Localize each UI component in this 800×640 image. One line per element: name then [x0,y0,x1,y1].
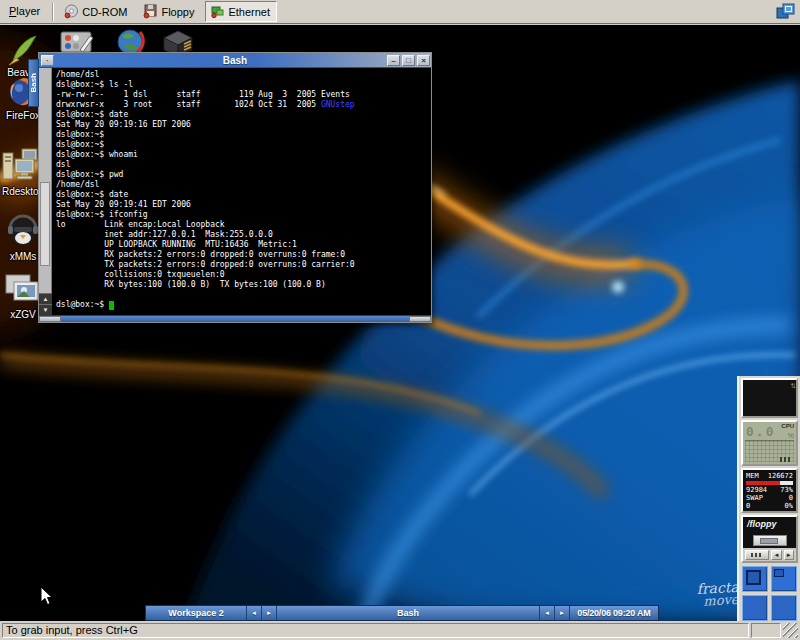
workspace-pager [742,566,800,621]
window-resize-handle[interactable] [39,315,431,322]
scroll-up-button[interactable]: ▲ [39,293,52,304]
bash-window: Bash · Bash – □ × ▲ ▼ /home/dsldsl@box:~… [38,52,432,323]
cpu-monitor-applet[interactable]: 0.0 CPU % [741,420,798,466]
cpu-unit: % [788,432,794,439]
vmware-fullscreen-icon[interactable] [776,3,796,20]
mem-bar [746,481,793,485]
terminal-text[interactable]: /home/dsldsl@box:~$ ls -l-rw-rw-r-- 1 ds… [52,68,431,315]
vmware-toolbar: Player CD-ROM Floppy [0,0,800,24]
window-titlebar[interactable]: · Bash – □ × [39,53,431,68]
dock-panel: ↑↓ 0.0 CPU % MEM 126672 92984 73% [737,376,800,621]
mount-icon [751,553,763,557]
taskbar-clock[interactable]: 05/20/06 09:20 AM [570,606,658,620]
ethernet-button[interactable]: Ethernet [205,1,277,22]
floppy-next-button[interactable]: ► [784,550,794,560]
penguin-icon [5,212,41,250]
cdrom-label: CD-ROM [82,6,127,18]
workspace-next-button[interactable]: ► [262,606,277,620]
pager-workspace-2[interactable] [771,566,797,592]
vmware-player-window: Player CD-ROM Floppy [0,0,800,640]
resize-grip-left[interactable] [39,316,61,322]
resize-grip-right[interactable] [409,316,431,322]
window-next-button[interactable]: ► [555,606,570,620]
minimize-button[interactable]: – [387,55,400,66]
scrollbar-thumb[interactable] [40,182,50,266]
floppy-button[interactable]: Floppy [138,1,201,22]
net-updown-icon: ↑↓ [790,381,794,390]
window-title: Bash [39,55,431,66]
window-prev-button[interactable]: ◄ [540,606,555,620]
cpu-graph [745,440,794,462]
pager-window-large [746,570,761,585]
swap-pct: 0% [785,502,793,510]
floppy-icon [143,4,158,19]
floppy-mount-label: /floppy [747,519,777,529]
window-resize-grip[interactable] [783,623,798,638]
cdrom-icon [64,4,79,19]
player-menu[interactable]: Player [0,2,49,21]
floppy-display: /floppy [743,517,796,548]
mem-title: MEM [746,472,759,480]
image-viewer-icon [4,272,42,308]
sticky-button[interactable]: · [41,55,54,66]
terminal-scrollbar[interactable]: ▲ ▼ [39,68,52,315]
swap-total: 0 [789,494,793,502]
mouse-cursor [40,586,54,606]
cdrom-button[interactable]: CD-ROM [59,1,134,22]
mem-used: 92984 [746,486,767,494]
floppy-prev-button[interactable]: ◄ [771,550,781,560]
cpu-label: CPU [781,423,794,429]
taskbar-window-title[interactable]: Bash [277,606,540,620]
mem-used-pct: 73% [780,486,793,494]
terminal-body: ▲ ▼ /home/dsldsl@box:~$ ls -l-rw-rw-r-- … [39,68,431,315]
cpu-value: 0.0 [746,424,775,439]
swap-used: 0 [746,502,750,510]
vmware-statusbar: To grab input, press Ctrl+G [0,621,800,640]
cpu-activity [780,457,792,462]
scroll-down-button[interactable]: ▼ [39,304,52,315]
ethernet-label: Ethernet [228,6,270,18]
pager-workspace-4[interactable] [771,595,797,621]
pager-window-small [774,569,784,577]
floppy-disk-icon [753,535,787,546]
guest-screen: fractal movement [0,25,800,621]
status-cell [751,623,781,638]
window-side-tab[interactable]: Bash [28,59,39,107]
status-message: To grab input, press Ctrl+G [2,623,749,638]
ethernet-icon [210,4,225,19]
floppy-buttons: ◄ ► [743,548,796,561]
close-button[interactable]: × [417,55,430,66]
floppy-mount-applet: /floppy ◄ ► [741,515,798,563]
toolbar-separator [52,3,54,21]
pager-workspace-3[interactable] [742,595,768,621]
pager-workspace-1[interactable] [742,566,768,592]
window-tab-label: Bash [29,73,38,93]
workspace-indicator[interactable]: Workspace 2 [146,606,247,620]
floppy-label: Floppy [161,6,194,18]
mem-total: 126672 [768,472,793,480]
workspace-prev-button[interactable]: ◄ [247,606,262,620]
memory-monitor-applet[interactable]: MEM 126672 92984 73% SWAP 0 0 0% [741,468,798,513]
taskbar: Workspace 2 ◄ ► Bash ◄ ► 05/20/06 09:20 … [145,605,659,621]
maximize-button[interactable]: □ [402,55,415,66]
mount-button[interactable] [745,550,769,560]
net-monitor-applet[interactable]: ↑↓ [741,378,798,418]
swap-label: SWAP [746,494,763,502]
